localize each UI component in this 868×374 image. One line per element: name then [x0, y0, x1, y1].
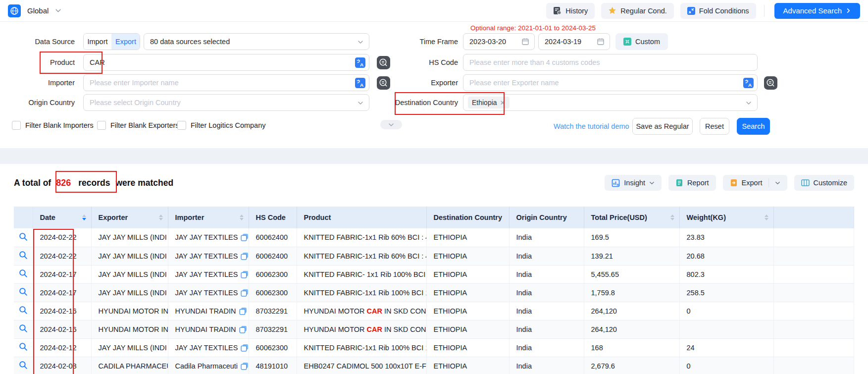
exporter-input[interactable]	[463, 75, 757, 91]
row-detail-search-icon[interactable]	[19, 251, 28, 260]
filter-label: Filter Blank Importers	[25, 121, 94, 129]
regular-cond-button[interactable]: Regular Cond.	[601, 3, 674, 19]
report-button[interactable]: Report	[668, 175, 716, 191]
reset-button[interactable]: Reset	[700, 118, 729, 135]
copy-icon[interactable]	[241, 362, 249, 370]
remove-tag-icon[interactable]: ✕	[500, 99, 506, 107]
hs-code-input[interactable]	[463, 54, 757, 70]
collapse-form-button[interactable]	[380, 120, 402, 129]
checkbox[interactable]	[12, 121, 21, 130]
history-button[interactable]: History	[546, 3, 595, 19]
header-exporter[interactable]: Exporter	[91, 207, 168, 228]
export-button[interactable]: Export	[723, 175, 787, 191]
cell-exporter: JAY JAY MILLS (INDI	[91, 228, 168, 247]
cell-weight: 20.68	[679, 247, 773, 265]
cell-product: KNITTED FABRIC- 1x1 Rib 100% BCI 19	[297, 265, 426, 283]
row-detail-search-icon[interactable]	[19, 361, 28, 370]
cell-date: 2024-02-22	[33, 247, 91, 265]
cell-importer: JAY JAY TEXTILES	[168, 283, 249, 302]
table-header-row: Date Exporter Importer HS Code Product D…	[14, 207, 854, 228]
cell-total-price: 169.5	[584, 228, 679, 247]
insight-label: Insight	[624, 179, 645, 187]
table-row: 2024-02-17JAY JAY MILLS (INDIJAY JAY TEX…	[14, 283, 854, 302]
copy-icon[interactable]	[239, 325, 247, 333]
fold-conditions-label: Fold Conditions	[699, 7, 749, 15]
row-detail-search-icon[interactable]	[19, 306, 28, 315]
copy-icon[interactable]	[241, 344, 249, 352]
header-weight[interactable]: Weight(KG)	[679, 207, 773, 228]
date-to-input[interactable]: 2024-03-19	[538, 33, 610, 50]
table-body: 2024-02-22JAY JAY MILLS (INDIJAY JAY TEX…	[14, 228, 854, 374]
cell-importer: JAY JAY TEXTILES	[168, 338, 249, 357]
save-as-regular-button[interactable]: Save as Regular	[632, 118, 693, 135]
global-region-dropdown[interactable]: Global	[8, 4, 61, 17]
chevron-right-icon	[846, 8, 851, 13]
row-detail-search-icon[interactable]	[19, 287, 28, 296]
checkbox[interactable]	[177, 121, 186, 130]
cell-origin-country: India	[509, 320, 584, 338]
header-product: Product	[297, 207, 426, 228]
cell-product: KNITTED FABRIC-1x1 Rib 100% BCI 190	[297, 338, 426, 357]
cell-date: 2024-02-08	[33, 357, 91, 374]
cell-weight: 24	[679, 338, 773, 357]
cell-product: KNITTED FABRIC-1x1 Rib 100% BCI 190	[297, 283, 426, 302]
filter-label: Filter Logitics Company	[191, 121, 266, 129]
destination-country-select[interactable]: Ethiopia ✕	[463, 94, 758, 111]
copy-icon[interactable]	[241, 252, 249, 260]
fold-conditions-button[interactable]: Fold Conditions	[680, 3, 756, 19]
cell-destination-country: ETHIOPIA	[426, 228, 509, 247]
table-row: 2024-02-17JAY JAY MILLS (INDIJAY JAY TEX…	[14, 265, 854, 283]
cell-destination-country: ETHIOPIA	[426, 283, 509, 302]
importer-input[interactable]	[84, 75, 369, 91]
cell-hs-code: 60062300	[249, 265, 297, 283]
header-total-price[interactable]: Total Price(USD)	[584, 207, 679, 228]
checkbox[interactable]	[97, 121, 106, 130]
star-icon	[608, 6, 616, 15]
row-detail-search-icon[interactable]	[19, 232, 28, 241]
cell-hs-code: 60062300	[249, 283, 297, 302]
cell-filler	[773, 338, 854, 357]
date-from-input[interactable]: 2023-03-20	[463, 33, 535, 50]
exporter-field-wrap: A	[463, 74, 758, 91]
toggle-import[interactable]: Import	[84, 34, 111, 50]
origin-country-label: Origin Country	[0, 94, 75, 111]
cell-importer: JAY JAY TEXTILES	[168, 247, 249, 265]
origin-country-placeholder: Please select Origin Country	[84, 99, 181, 107]
insight-button[interactable]: BI Insight	[605, 175, 662, 191]
row-detail-search-icon[interactable]	[19, 342, 28, 351]
cell-hs-code: 48191010	[249, 357, 297, 374]
cell-destination-country: ETHIOPIA	[426, 338, 509, 357]
origin-country-select[interactable]: Please select Origin Country	[83, 94, 369, 111]
translate-icon[interactable]: A	[743, 78, 754, 88]
header-importer[interactable]: Importer	[168, 207, 249, 228]
cell-origin-country: India	[509, 357, 584, 374]
cell-origin-country: India	[509, 283, 584, 302]
copy-icon[interactable]	[239, 307, 247, 315]
cell-exporter: HYUNDAI MOTOR IND	[91, 320, 168, 338]
cell-importer: JAY JAY TEXTILES	[168, 228, 249, 247]
report-label: Report	[687, 179, 709, 187]
tutorial-link[interactable]: Watch the tutorial demo	[554, 122, 629, 130]
copy-icon[interactable]	[241, 289, 249, 297]
fuzzy-match-icon[interactable]	[764, 76, 777, 90]
row-detail-search-icon[interactable]	[19, 324, 28, 333]
cell-actions	[14, 228, 33, 247]
advanced-search-button[interactable]: Advanced Search	[774, 3, 860, 19]
custom-range-button[interactable]: Custom	[615, 33, 668, 50]
divider	[768, 178, 769, 187]
cell-destination-country: ETHIOPIA	[426, 302, 509, 320]
cell-weight: 0	[679, 302, 773, 320]
data-source-select[interactable]: 80 data sources selected	[144, 33, 369, 50]
toggle-export[interactable]: Export	[111, 34, 140, 50]
row-detail-search-icon[interactable]	[19, 269, 28, 278]
cell-filler	[773, 247, 854, 265]
cell-origin-country: India	[509, 338, 584, 357]
cell-date: 2024-02-17	[33, 265, 91, 283]
copy-icon[interactable]	[241, 270, 249, 278]
copy-icon[interactable]	[241, 233, 249, 241]
product-input[interactable]	[84, 54, 369, 70]
header-date[interactable]: Date	[33, 207, 91, 228]
customize-button[interactable]: Customize	[794, 175, 855, 191]
search-button[interactable]: Search	[737, 118, 770, 135]
cell-destination-country: ETHIOPIA	[426, 357, 509, 374]
